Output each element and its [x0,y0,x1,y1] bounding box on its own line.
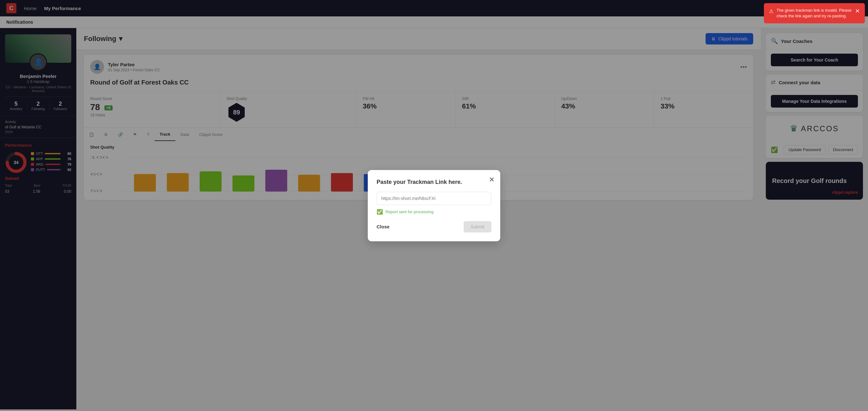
trackman-modal: ✕ Paste your Trackman Link here. ✅ Repor… [368,170,500,241]
trackman-link-input[interactable] [377,192,491,205]
toast-message: The given trackman link is invalid. Plea… [777,7,852,19]
toast-close-button[interactable]: ✕ [855,7,860,14]
modal-submit-button: Submit [464,221,491,232]
modal-footer: Close Submit [377,221,491,232]
modal-close-button[interactable]: Close [377,224,390,229]
modal-overlay[interactable]: ✕ Paste your Trackman Link here. ✅ Repor… [0,0,868,409]
success-check-icon: ✅ [377,209,383,215]
modal-close-x-button[interactable]: ✕ [489,176,495,184]
error-toast: ⚠ The given trackman link is invalid. Pl… [764,3,865,23]
modal-title: Paste your Trackman Link here. [377,179,491,186]
success-text: Report sent for processing [385,210,433,214]
toast-warning-icon: ⚠ [769,8,773,15]
success-message: ✅ Report sent for processing [377,209,491,215]
